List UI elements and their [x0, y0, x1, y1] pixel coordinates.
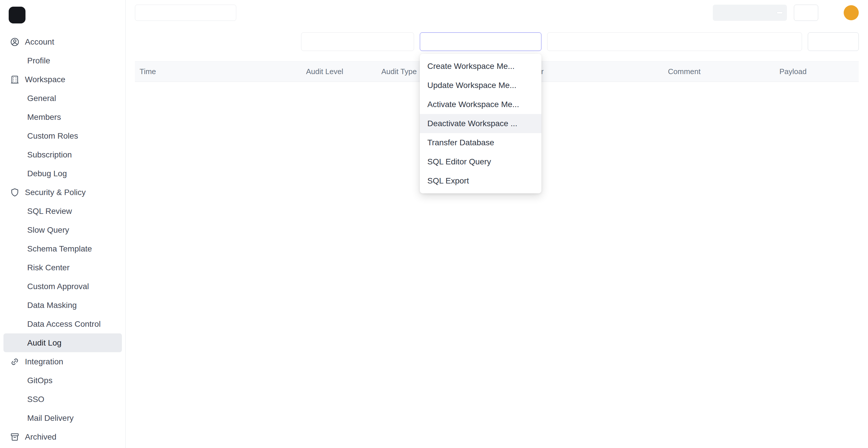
sidebar-item-label: Members	[27, 113, 61, 122]
avatar[interactable]	[844, 5, 859, 20]
sidebar-item-label: Custom Approval	[27, 282, 89, 291]
sidebar-item-profile[interactable]: Profile	[3, 51, 122, 70]
user-icon	[307, 37, 316, 46]
column-header-label: Time	[140, 67, 156, 76]
sidebar-item-label: Integration	[25, 357, 63, 366]
chevron-down-icon	[108, 189, 115, 196]
sidebar-item-label: Schema Template	[27, 244, 92, 254]
sidebar-item-data-access-control[interactable]: Data Access Control	[3, 315, 122, 333]
sidebar-item-label: Subscription	[27, 150, 72, 159]
search-input[interactable]	[713, 5, 787, 21]
user-circle-icon	[10, 37, 20, 47]
sidebar-item-gitops[interactable]: GitOps	[3, 371, 122, 390]
sidebar-item-custom-approval[interactable]: Custom Approval	[3, 277, 122, 296]
dropdown-item-label: SQL Export	[427, 176, 469, 186]
sidebar-item-label: Debug Log	[27, 169, 67, 178]
dropdown-item-label: Update Workspace Me...	[427, 81, 517, 90]
sidebar-item-label: Risk Center	[27, 263, 69, 272]
sidebar-item-label: Security & Policy	[25, 188, 86, 197]
column-header-label: Payload	[779, 67, 807, 76]
type-dropdown-menu: Create Workspace Me... Update Workspace …	[420, 54, 541, 193]
dropdown-item-update-workspace-me[interactable]: Update Workspace Me...	[420, 76, 541, 95]
dropdown-item-sql-export[interactable]: SQL Export	[420, 171, 541, 190]
sidebar-item-general[interactable]: General	[3, 89, 122, 108]
date-range-picker[interactable]	[547, 32, 802, 51]
sidebar-item-label: Workspace	[25, 75, 65, 84]
chevron-down-icon	[108, 38, 115, 45]
dropdown-item-label: Transfer Database	[427, 138, 494, 147]
sidebar-item-integration[interactable]: Integration	[3, 352, 122, 371]
sidebar-item-label: SSO	[27, 395, 44, 404]
sidebar-item-security-policy[interactable]: Security & Policy	[3, 183, 122, 202]
terminal-icon	[800, 8, 809, 17]
download-icon	[828, 38, 836, 46]
sidebar-item-schema-template[interactable]: Schema Template	[3, 239, 122, 258]
shield-icon	[10, 188, 20, 197]
actor-filter-select[interactable]	[301, 32, 414, 51]
sidebar-item-sso[interactable]: SSO	[3, 390, 122, 409]
column-header-audit-level: Audit Level	[301, 62, 377, 82]
column-header-label: Audit Level	[306, 67, 343, 76]
type-filter-select[interactable]	[420, 32, 541, 51]
column-header-payload: Payload	[775, 62, 859, 82]
chevron-down-icon	[108, 76, 115, 83]
brand-logo[interactable]	[0, 0, 125, 30]
sidebar-item-audit-log[interactable]: Audit Log	[3, 333, 122, 352]
gear-icon[interactable]	[825, 7, 837, 19]
search-shortcut	[776, 11, 783, 14]
sidebar-item-workspace[interactable]: Workspace	[3, 70, 122, 89]
project-select[interactable]	[135, 5, 236, 21]
sidebar-item-label: Data Access Control	[27, 320, 101, 329]
dropdown-item-sql-editor-query[interactable]: SQL Editor Query	[420, 152, 541, 171]
column-header-time: Time	[135, 62, 301, 82]
sidebar-item-slow-query[interactable]: Slow Query	[3, 221, 122, 239]
sidebar-item-label: Custom Roles	[27, 131, 78, 141]
column-header-actor: Actor	[521, 62, 663, 82]
sidebar-item-label: Audit Log	[27, 338, 61, 348]
link-icon	[10, 357, 20, 367]
column-header-label: Audit Type	[381, 67, 416, 76]
topbar-right	[713, 5, 859, 21]
chevron-down-icon	[529, 38, 536, 45]
chevron-down-icon	[224, 9, 231, 16]
sidebar-item-risk-center[interactable]: Risk Center	[3, 258, 122, 277]
sidebar-item-custom-roles[interactable]: Custom Roles	[3, 126, 122, 145]
sidebar-item-mail-delivery[interactable]: Mail Delivery	[3, 409, 122, 427]
dropdown-item-create-workspace-me[interactable]: Create Workspace Me...	[420, 57, 541, 76]
export-button[interactable]	[808, 32, 859, 51]
sidebar-item-sql-review[interactable]: SQL Review	[3, 202, 122, 221]
sidebar-item-label: Data Masking	[27, 301, 77, 310]
sidebar-item-debug-log[interactable]: Debug Log	[3, 164, 122, 183]
sidebar-item-account[interactable]: Account	[3, 32, 122, 51]
sidebar-item-label: SQL Review	[27, 206, 72, 216]
sidebar-item-label: Slow Query	[27, 225, 69, 235]
topbar	[126, 0, 868, 22]
bytebase-logo-icon	[9, 7, 26, 24]
dropdown-item-deactivate-workspace[interactable]: Deactivate Workspace ...	[420, 114, 541, 133]
chevron-down-icon	[402, 38, 408, 45]
archive-icon	[10, 432, 20, 442]
type-filter-wrap: Create Workspace Me... Update Workspace …	[420, 32, 541, 51]
sidebar-item-members[interactable]: Members	[3, 108, 122, 126]
dropdown-item-label: Activate Workspace Me...	[427, 100, 519, 109]
dropdown-item-label: Deactivate Workspace ...	[427, 119, 517, 128]
sidebar-item-subscription[interactable]: Subscription	[3, 145, 122, 164]
app-root: Account Profile Workspace General Member…	[0, 0, 868, 448]
sql-editor-button[interactable]	[794, 5, 818, 21]
sidebar-item-data-masking[interactable]: Data Masking	[3, 296, 122, 315]
sidebar-item-label: Profile	[27, 56, 50, 65]
chevron-down-icon	[108, 358, 115, 365]
sidebar-item-archived[interactable]: Archived	[3, 427, 122, 446]
building-icon	[10, 75, 20, 85]
sidebar-item-label: Mail Delivery	[27, 414, 73, 423]
dropdown-item-transfer-database[interactable]: Transfer Database	[420, 133, 541, 152]
arrow-right-icon	[662, 38, 671, 46]
sidebar-nav: Account Profile Workspace General Member…	[0, 30, 125, 448]
sidebar-item-label: GitOps	[27, 376, 53, 385]
dropdown-item-activate-workspace-me[interactable]: Activate Workspace Me...	[420, 95, 541, 114]
main-area: Create Workspace Me... Update Workspace …	[126, 0, 868, 448]
calendar-icon	[787, 37, 795, 46]
sidebar: Account Profile Workspace General Member…	[0, 0, 126, 448]
filter-bar: Create Workspace Me... Update Workspace …	[126, 22, 868, 61]
sidebar-item-label: Archived	[25, 433, 57, 442]
